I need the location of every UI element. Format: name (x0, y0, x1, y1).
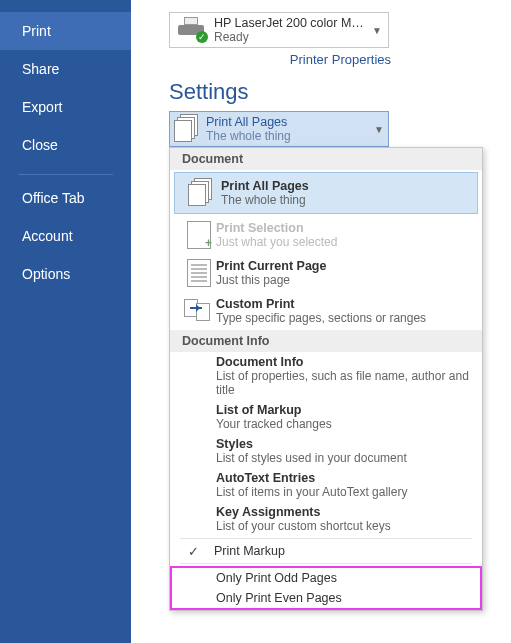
dropdown-item-styles[interactable]: StylesList of styles used in your docume… (170, 434, 482, 468)
sidebar-item-print[interactable]: Print (0, 12, 131, 50)
printer-selector[interactable]: ✓ HP LaserJet 200 color MFP... Ready ▼ (169, 12, 389, 48)
print-what-subtitle: The whole thing (206, 129, 374, 143)
custom-print-icon (184, 299, 214, 323)
dropdown-separator (180, 538, 472, 539)
backstage-sidebar: Print Share Export Close Office Tab Acco… (0, 0, 131, 643)
printer-properties-link[interactable]: Printer Properties (290, 52, 391, 67)
settings-heading: Settings (169, 79, 511, 105)
check-icon: ✓ (188, 544, 199, 559)
dropdown-item-document-info[interactable]: Document InfoList of properties, such as… (170, 352, 482, 400)
dropdown-item-print-selection: Print SelectionJust what you selected (170, 216, 482, 254)
page-icon (187, 259, 211, 287)
sidebar-item-export[interactable]: Export (0, 88, 131, 126)
pages-icon (188, 178, 216, 208)
chevron-down-icon: ▼ (372, 25, 382, 36)
dropdown-separator (180, 563, 472, 564)
chevron-down-icon: ▼ (374, 124, 384, 135)
sidebar-item-close[interactable]: Close (0, 126, 131, 164)
dropdown-section-document-info: Document Info (170, 330, 482, 352)
printer-status: Ready (214, 30, 372, 44)
print-what-dropdown: Document Print All PagesThe whole thing … (169, 147, 483, 611)
dropdown-item-print-current-page[interactable]: Print Current PageJust this page (170, 254, 482, 292)
dropdown-item-autotext-entries[interactable]: AutoText EntriesList of items in your Au… (170, 468, 482, 502)
dropdown-section-document: Document (170, 148, 482, 170)
dropdown-item-only-even-pages[interactable]: Only Print Even Pages (172, 588, 480, 608)
dropdown-item-custom-print[interactable]: Custom PrintType specific pages, section… (170, 292, 482, 330)
sidebar-separator (18, 174, 113, 175)
sidebar-item-share[interactable]: Share (0, 50, 131, 88)
printer-name: HP LaserJet 200 color MFP... (214, 16, 364, 30)
print-what-title: Print All Pages (206, 115, 374, 129)
print-settings-panel: ✓ HP LaserJet 200 color MFP... Ready ▼ P… (131, 0, 511, 643)
dropdown-item-only-odd-pages[interactable]: Only Print Odd Pages (172, 568, 480, 588)
dropdown-item-print-all-pages[interactable]: Print All PagesThe whole thing (174, 172, 478, 214)
printer-icon: ✓ (176, 17, 208, 43)
dropdown-item-key-assignments[interactable]: Key AssignmentsList of your custom short… (170, 502, 482, 536)
page-plus-icon (187, 221, 211, 249)
sidebar-item-office-tab[interactable]: Office Tab (0, 179, 131, 217)
dropdown-item-list-of-markup[interactable]: List of MarkupYour tracked changes (170, 400, 482, 434)
sidebar-item-options[interactable]: Options (0, 255, 131, 293)
print-what-selector[interactable]: Print All Pages The whole thing ▼ (169, 111, 389, 147)
sidebar-item-account[interactable]: Account (0, 217, 131, 255)
pages-icon (174, 114, 202, 144)
dropdown-item-print-markup[interactable]: ✓ Print Markup (170, 541, 482, 561)
highlight-annotation: Only Print Odd Pages Only Print Even Pag… (170, 566, 482, 610)
